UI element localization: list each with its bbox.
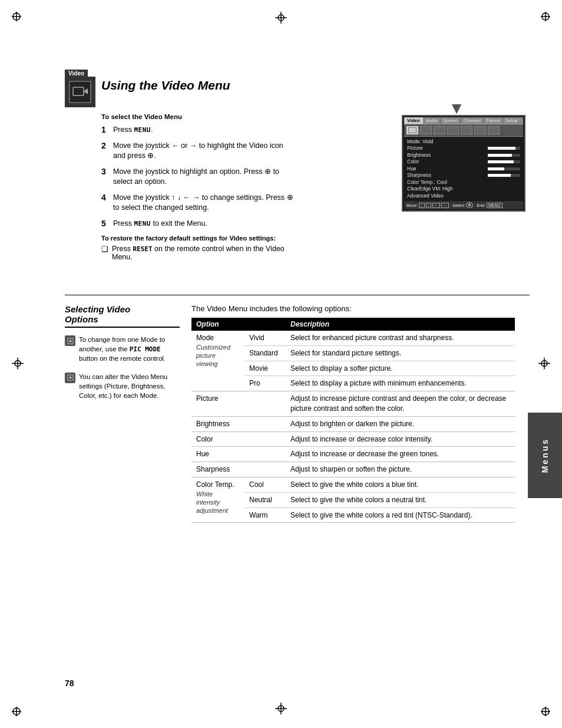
- page-title: Using the Video Menu: [101, 78, 230, 93]
- screen-menu: Mode: Vivid Picture Brightness Color Hue…: [404, 137, 523, 201]
- corner-mark-tr: [527, 12, 550, 35]
- table-row: Picture Adjust to increase picture contr…: [191, 391, 515, 417]
- step-3-text: Move the joystick to highlight an option…: [113, 167, 296, 187]
- note-2-text: You can alter the Video Menu settings (P…: [79, 372, 180, 400]
- note-2: You can alter the Video Menu settings (P…: [65, 372, 180, 400]
- col-header-desc: Description: [286, 318, 515, 331]
- screen-icon-3: [434, 126, 445, 134]
- checkbox-icon: ❑: [101, 245, 108, 253]
- down-arrow: ▼: [448, 100, 465, 117]
- restore-section: To restore the factory default settings …: [101, 235, 296, 261]
- step-4-text: Move the joystick ↑ ↓ ← → to change sett…: [113, 193, 296, 213]
- step-5: 5 Press MENU to exit the Menu.: [101, 219, 296, 229]
- option-standard-desc: Select for standard picture settings.: [286, 345, 515, 361]
- svg-rect-27: [409, 128, 416, 133]
- option-hue-value: [244, 447, 286, 462]
- screen-icon-5: [461, 126, 472, 134]
- screen-capture: Video Audio Screen Channel Parent Setup …: [402, 115, 525, 212]
- steps-section: To select the Video Menu 1 Press MENU. 2…: [101, 113, 296, 261]
- options-intro: The Video Menu includes the following op…: [191, 304, 515, 313]
- screen-icon-2: [420, 126, 432, 134]
- col-header-option: Option: [191, 318, 244, 331]
- step-1: 1 Press MENU.: [101, 125, 296, 136]
- option-color-desc: Adjust to increase or decrease color int…: [286, 431, 515, 447]
- option-mode-sub: Customizedpictureviewing: [196, 343, 240, 368]
- page-number: 78: [65, 678, 74, 688]
- option-picture-label: Picture: [191, 391, 244, 417]
- option-warm-desc: Select to give the white colors a red ti…: [286, 508, 515, 523]
- table-row: Color Temp. Whiteintensityadjustment Coo…: [191, 477, 515, 492]
- subsection-title: Selecting VideoOptions: [65, 304, 180, 328]
- bottom-left-col: Selecting VideoOptions To change from on…: [65, 304, 180, 523]
- bottom-section: Selecting VideoOptions To change from on…: [65, 304, 515, 523]
- step-3: 3 Move the joystick to highlight an opti…: [101, 167, 296, 187]
- step-5-num: 5: [101, 219, 113, 229]
- option-color-value: [244, 431, 286, 447]
- screen-tab-parent: Parent: [484, 117, 503, 124]
- option-hue-desc: Adjust to increase or decrease the green…: [286, 447, 515, 462]
- step-3-num: 3: [101, 167, 113, 187]
- svg-rect-24: [73, 87, 84, 95]
- crosshair-bottom: [275, 703, 287, 716]
- options-table: Option Description Mode Customizedpictur…: [191, 318, 515, 523]
- crosshair-top: [275, 12, 287, 25]
- option-movie-desc: Select to display a softer picture.: [286, 361, 515, 376]
- crosshair-left: [12, 357, 24, 371]
- screen-tab-setup: Setup: [503, 117, 520, 124]
- table-row: Brightness Adjust to brighten or darken …: [191, 416, 515, 431]
- steps-intro: To select the Video Menu: [101, 113, 296, 120]
- screen-icon-4: [447, 126, 459, 134]
- section-divider: [65, 295, 530, 295]
- option-standard-value: Standard: [244, 345, 286, 361]
- svg-point-33: [70, 377, 71, 378]
- screen-icon-7: [488, 126, 500, 134]
- crosshair-right: [538, 357, 550, 371]
- video-icon-box: [65, 77, 95, 107]
- restore-text: Press RESET on the remote control when i…: [112, 245, 296, 261]
- option-brightness-desc: Adjust to brighten or darken the picture…: [286, 416, 515, 431]
- option-movie-value: Movie: [244, 361, 286, 376]
- screen-tab-video: Video: [404, 117, 424, 124]
- option-sharpness-value: [244, 462, 286, 477]
- sidebar-label: Menus: [540, 438, 550, 473]
- restore-item: ❑ Press RESET on the remote control when…: [101, 245, 296, 261]
- option-vivid-desc: Select for enhanced picture contrast and…: [286, 331, 515, 345]
- option-picture-value: [244, 391, 286, 417]
- option-colortemp-label: Color Temp.: [196, 480, 240, 490]
- corner-mark-br: [527, 693, 550, 716]
- option-cool-desc: Select to give the white colors a blue t…: [286, 477, 515, 492]
- step-2-num: 2: [101, 141, 113, 162]
- table-row: Color Adjust to increase or decrease col…: [191, 431, 515, 447]
- col-header-value: [244, 318, 286, 331]
- restore-title: To restore the factory default settings …: [101, 235, 296, 242]
- step-5-text: Press MENU to exit the Menu.: [113, 219, 207, 229]
- sidebar-tab: Menus: [528, 413, 562, 498]
- svg-point-30: [70, 340, 71, 342]
- step-2: 2 Move the joystick ← or → to highlight …: [101, 141, 296, 162]
- option-vivid-value: Vivid: [244, 331, 286, 345]
- option-brightness-label: Brightness: [191, 416, 244, 431]
- step-1-text: Press MENU.: [113, 125, 153, 136]
- option-picture-desc: Adjust to increase picture contrast and …: [286, 391, 515, 417]
- option-colortemp-sub: Whiteintensityadjustment: [196, 490, 240, 515]
- option-pro-desc: Select to display a picture with minimum…: [286, 376, 515, 391]
- step-1-num: 1: [101, 125, 113, 136]
- svg-marker-25: [84, 88, 88, 94]
- option-neutral-value: Neutral: [244, 492, 286, 508]
- table-row: Mode Customizedpictureviewing Vivid Sele…: [191, 331, 515, 345]
- note-1-text: To change from one Mode to another, use …: [79, 335, 180, 364]
- option-warm-value: Warm: [244, 508, 286, 523]
- step-4: 4 Move the joystick ↑ ↓ ← → to change se…: [101, 193, 296, 213]
- note-1-icon: [67, 337, 74, 345]
- corner-mark-bl: [12, 693, 35, 716]
- note-1: To change from one Mode to another, use …: [65, 335, 180, 364]
- option-sharpness-desc: Adjust to sharpen or soften the picture.: [286, 462, 515, 477]
- option-mode-label: Mode: [196, 333, 240, 343]
- screen-icon-1: [406, 126, 418, 134]
- option-pro-value: Pro: [244, 376, 286, 391]
- screen-tab-audio: Audio: [424, 117, 441, 124]
- option-cool-value: Cool: [244, 477, 286, 492]
- note-2-icon: [67, 374, 74, 381]
- bottom-right-col: The Video Menu includes the following op…: [191, 304, 515, 523]
- table-row: Hue Adjust to increase or decrease the g…: [191, 447, 515, 462]
